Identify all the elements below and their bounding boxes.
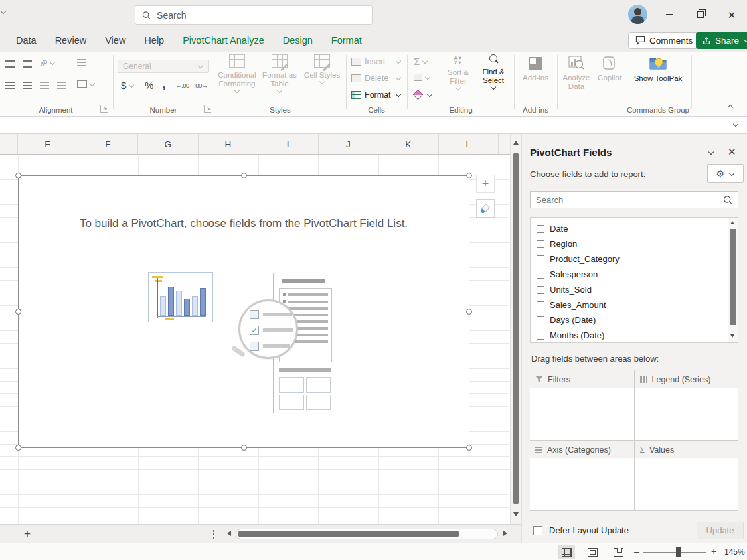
field-item[interactable]: Salesperson [531, 267, 727, 282]
wrap-text-button[interactable] [77, 59, 86, 66]
field-checkbox[interactable] [537, 301, 544, 309]
column-header-j[interactable]: J [319, 134, 379, 154]
chart-resize-handle[interactable] [241, 445, 247, 451]
field-item[interactable]: Product_Category [531, 251, 727, 267]
fields-search-input[interactable] [536, 195, 723, 205]
field-checkbox[interactable] [537, 240, 544, 248]
decrease-indent-button[interactable] [40, 82, 49, 89]
defer-layout-checkbox[interactable] [533, 526, 542, 535]
merge-center-button[interactable] [77, 80, 96, 88]
field-item[interactable]: Months (Date) [531, 328, 727, 343]
column-header-g[interactable]: G [138, 134, 199, 154]
search-input[interactable] [157, 10, 365, 21]
format-cells-button[interactable]: Format [351, 90, 402, 100]
align-top-button[interactable] [5, 60, 15, 68]
axis-drop-zone[interactable] [530, 458, 634, 510]
merge-chevron-icon[interactable] [90, 80, 95, 86]
zoom-slider-thumb[interactable] [676, 547, 681, 557]
share-dropdown-chevron-icon[interactable] [744, 37, 747, 42]
horizontal-scrollbar-thumb[interactable] [238, 531, 459, 537]
autosum-button[interactable]: Σ [414, 56, 428, 67]
column-header-partial[interactable] [0, 134, 18, 154]
avatar[interactable] [628, 5, 647, 24]
field-checkbox[interactable] [537, 316, 544, 324]
legend-drop-zone[interactable] [635, 388, 739, 440]
analyze-data-button[interactable]: Analyze Data [558, 56, 594, 91]
conditional-formatting-button[interactable]: Conditional Formatting [216, 54, 258, 94]
chart-resize-handle[interactable] [15, 445, 21, 451]
tab-format[interactable]: Format [322, 35, 371, 46]
field-checkbox[interactable] [537, 271, 544, 279]
currency-chevron-icon[interactable] [129, 82, 134, 87]
zoom-level[interactable]: 145% [724, 547, 745, 557]
accounting-format-button[interactable]: $ [121, 80, 135, 91]
tab-help[interactable]: Help [135, 35, 173, 46]
pivotchart-placeholder[interactable]: To build a PivotChart, choose fields fro… [18, 175, 469, 448]
filters-area[interactable]: Filters [530, 370, 634, 440]
addins-button[interactable]: Add-ins [515, 57, 556, 82]
orientation-chevron-icon[interactable] [50, 59, 55, 64]
column-header-l[interactable]: L [439, 134, 499, 154]
delete-cells-button[interactable]: Delete [351, 74, 402, 83]
zoom-out-button[interactable]: – [632, 546, 641, 557]
chart-resize-handle[interactable] [466, 309, 472, 315]
expand-formula-bar-chevron-icon[interactable] [733, 121, 738, 127]
insert-cells-button[interactable]: Insert [351, 57, 402, 66]
axis-area[interactable]: Axis (Categories) [530, 441, 634, 510]
increase-indent-button[interactable] [57, 82, 66, 89]
tab-view[interactable]: View [96, 35, 135, 46]
scroll-down-arrow-icon[interactable] [730, 334, 734, 338]
field-checkbox[interactable] [537, 255, 544, 263]
zoom-slider-track[interactable] [643, 552, 706, 553]
sort-filter-button[interactable]: A▼Z▼ Sort & Filter [442, 56, 475, 91]
clear-chevron-icon[interactable] [427, 91, 432, 96]
search-box[interactable] [135, 5, 373, 25]
filters-drop-zone[interactable] [530, 388, 634, 440]
column-header-f[interactable]: F [78, 134, 139, 154]
scroll-up-arrow-icon[interactable] [513, 141, 519, 145]
decrease-decimal-button[interactable]: .00→ [194, 82, 208, 89]
scroll-up-arrow-icon[interactable] [730, 221, 734, 224]
update-button[interactable]: Update [697, 522, 744, 539]
gear-chevron-icon[interactable] [728, 170, 734, 175]
pane-close-icon[interactable]: ✕ [728, 146, 736, 158]
page-layout-view-button[interactable] [584, 545, 601, 559]
format-as-table-button[interactable]: Format as Table [259, 54, 300, 94]
fields-scrollbar-thumb[interactable] [730, 229, 736, 325]
field-item[interactable]: Units_Sold [531, 282, 727, 297]
values-area[interactable]: Σ Values [635, 441, 739, 510]
align-center-button[interactable] [23, 82, 32, 89]
tab-splitter-grip[interactable] [212, 529, 215, 539]
tab-review[interactable]: Review [46, 35, 96, 46]
normal-view-button[interactable] [558, 545, 575, 559]
percent-style-button[interactable]: % [145, 80, 153, 91]
tab-pivotchart-analyze[interactable]: PivotChart Analyze [173, 35, 274, 46]
field-item[interactable]: Days (Date) [531, 313, 727, 328]
legend-area[interactable]: Legend (Series) [635, 370, 739, 440]
tab-data[interactable]: Data [7, 35, 46, 46]
number-format-chevron-icon[interactable] [198, 63, 203, 68]
chart-resize-handle[interactable] [15, 309, 21, 315]
vertical-scrollbar-thumb[interactable] [513, 153, 519, 504]
close-button[interactable]: ✕ [720, 5, 743, 24]
minimize-button[interactable] [658, 5, 681, 24]
column-header-k[interactable]: K [378, 134, 439, 154]
chart-resize-handle[interactable] [241, 173, 247, 178]
clear-button[interactable] [414, 91, 433, 98]
chart-styles-button[interactable] [476, 199, 495, 218]
orientation-button[interactable]: ab [40, 59, 56, 66]
number-dialog-launcher[interactable]: ↘ [204, 105, 211, 113]
share-button[interactable]: Share [696, 32, 747, 49]
align-middle-button[interactable] [23, 60, 32, 68]
field-item[interactable]: Date [531, 221, 727, 236]
chart-resize-handle[interactable] [15, 173, 21, 178]
column-header-h[interactable]: H [199, 134, 259, 154]
copilot-button[interactable]: Copilot [596, 56, 623, 82]
scroll-right-arrow-icon[interactable] [503, 531, 507, 536]
fill-button[interactable] [414, 74, 431, 81]
chart-resize-handle[interactable] [466, 173, 472, 178]
scroll-down-arrow-icon[interactable] [513, 512, 519, 516]
pane-options-chevron-icon[interactable] [708, 149, 714, 155]
chart-resize-handle[interactable] [466, 445, 472, 451]
column-header-e[interactable]: E [18, 134, 78, 154]
